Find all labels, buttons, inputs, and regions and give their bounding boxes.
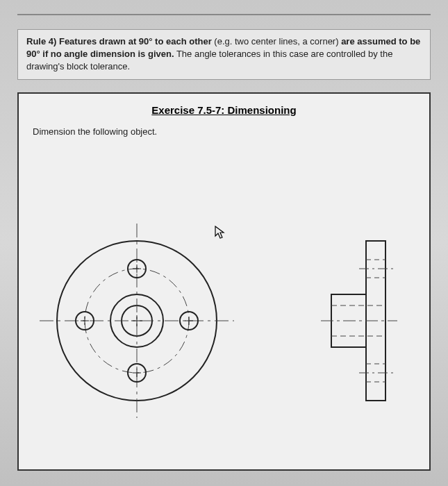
rule-plain-1: (e.g. two center lines, a corner) [212, 36, 341, 47]
top-divider [17, 14, 431, 15]
exercise-title: Exercise 7.5-7: Dimensioning [33, 104, 415, 116]
rule-box: Rule 4) Features drawn at 90° to each ot… [17, 29, 431, 80]
technical-drawing [33, 144, 422, 435]
exercise-instruction: Dimension the following object. [33, 126, 415, 137]
rule-bold-1: Rule 4) Features drawn at 90° to each ot… [26, 36, 212, 47]
drawing-area [33, 144, 415, 435]
exercise-container: Exercise 7.5-7: Dimensioning Dimension t… [17, 92, 431, 471]
